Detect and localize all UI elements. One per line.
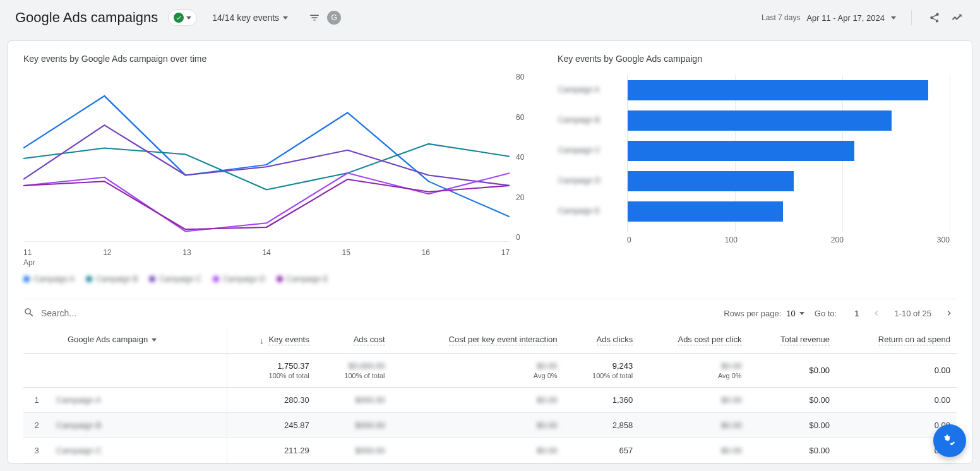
date-range-picker[interactable]: Last 7 days Apr 11 - Apr 17, 2024 [762,13,896,23]
chevron-down-icon [186,16,191,20]
bar-chart-title: Key events by Google Ads campaign [558,54,950,64]
insights-fab[interactable] [933,424,966,457]
page-prev-button[interactable] [869,306,884,321]
bar-row[interactable]: Campaign C [628,141,950,161]
col-total-revenue[interactable]: Total revenue [748,327,836,354]
bar-row[interactable]: Campaign A [628,80,950,100]
bar-chart-area: Campaign ACampaign BCampaign CCampaign D… [627,75,950,232]
col-roas[interactable]: Return on ad spend [836,327,957,354]
key-events-label: 14/14 key events [212,13,279,23]
bar-label: Campaign C [558,146,621,155]
bar-row[interactable]: Campaign D [628,171,950,191]
col-cost-per-click[interactable]: Ads cost per click [639,327,748,354]
insights-icon[interactable] [950,10,965,25]
bar-label: Campaign A [558,86,621,95]
col-key-events[interactable]: ↓ Key events [227,327,316,354]
filter-group: G [307,10,341,25]
line-chart-panel: Key events by Google Ads campaign over t… [23,54,527,283]
chevron-down-icon [283,16,288,20]
rows-per-page-label: Rows per page: [724,309,781,318]
bar-chart[interactable]: Campaign ACampaign BCampaign CCampaign D… [558,73,950,249]
google-badge[interactable]: G [327,11,341,25]
share-icon[interactable] [927,10,942,25]
bar [628,171,794,191]
col-cost-per-event[interactable]: Cost per key event interaction [391,327,564,354]
line-chart-x-sublabel: Apr [23,258,35,267]
table-row[interactable]: 1Campaign A280.30$000.00$0.001,360$0.00$… [23,388,957,413]
table-summary-row: 1,750.37100% of total $0,000.00100% of t… [23,354,957,388]
bar [628,201,783,222]
rows-per-page-value: 10 [786,309,795,318]
line-chart-svg [23,75,510,242]
bar-chart-panel: Key events by Google Ads campaign Campai… [558,54,950,283]
col-campaign[interactable]: Google Ads campaign [23,327,227,354]
chevron-down-icon [891,16,896,20]
bar [628,80,928,100]
goto-value: 1 [854,309,859,318]
page-range: 1-10 of 25 [894,309,931,318]
status-check-icon [174,13,184,23]
bar-label: Campaign B [558,116,621,125]
date-range-label: Last 7 days [762,13,800,22]
main-card: Key events by Google Ads campaign over t… [8,40,972,464]
charts-row: Key events by Google Ads campaign over t… [23,54,957,283]
table-toolbar: Rows per page: 10 Go to: 1 1-10 of 25 [23,299,957,327]
line-chart-y-axis: 806040200 [516,73,532,242]
table-row[interactable]: 3Campaign C211.29$000.00$0.00657$0.00$0.… [23,438,957,463]
col-ads-clicks[interactable]: Ads clicks [564,327,640,354]
chevron-down-icon [152,338,157,342]
filter-icon[interactable] [307,10,322,25]
key-events-dropdown[interactable]: 14/14 key events [212,13,288,23]
bar-label: Campaign D [558,177,621,186]
goto-label: Go to: [815,309,837,318]
bar-row[interactable]: Campaign B [628,110,950,131]
search-input[interactable] [41,308,180,318]
legend-item[interactable]: Campaign C [149,275,201,283]
page-next-button[interactable] [941,306,957,321]
search-wrap [23,307,213,320]
line-chart-x-axis: 11121314151617 [23,248,510,257]
bar-chart-x-axis: 0100200300 [627,236,950,244]
table-row[interactable]: 2Campaign B245.87$000.00$0.002,858$0.00$… [23,413,957,438]
sort-desc-icon: ↓ [260,336,264,345]
page-title: Google Ads campaigns [15,9,158,26]
bar-row[interactable]: Campaign E [628,201,950,222]
col-ads-cost[interactable]: Ads cost [316,327,391,354]
divider [911,10,912,25]
bar [628,141,854,161]
bar-label: Campaign E [558,207,621,216]
rows-per-page[interactable]: Rows per page: 10 [724,309,804,318]
legend-item[interactable]: Campaign D [213,275,265,283]
bar [628,110,892,131]
line-chart-legend: Campaign ACampaign BCampaign CCampaign D… [23,275,527,283]
line-chart[interactable]: 806040200 11121314151617 Apr [23,73,527,256]
search-icon [23,307,35,320]
legend-item[interactable]: Campaign A [23,275,75,283]
date-range-value: Apr 11 - Apr 17, 2024 [806,13,885,23]
status-pill[interactable] [168,9,197,26]
top-bar: Google Ads campaigns 14/14 key events G … [0,0,980,35]
line-chart-title: Key events by Google Ads campaign over t… [23,54,527,64]
goto-page[interactable]: Go to: 1 [815,309,859,318]
data-table: Google Ads campaign ↓ Key events Ads cos… [23,327,957,463]
legend-item[interactable]: Campaign B [86,275,138,283]
table-header-row: Google Ads campaign ↓ Key events Ads cos… [23,327,957,354]
chevron-down-icon [799,312,804,315]
legend-item[interactable]: Campaign E [277,275,328,283]
